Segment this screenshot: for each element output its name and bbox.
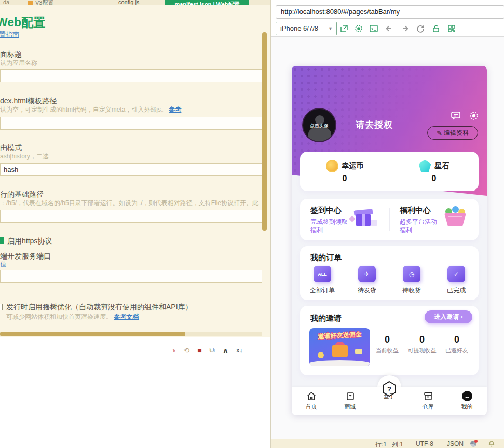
horizontal-scrollbar-track[interactable] [0, 332, 262, 336]
order-item-all[interactable]: ALL 全部订单 [300, 266, 345, 295]
https-label: 启用https协议 [7, 237, 52, 246]
base-path-input[interactable] [0, 210, 262, 223]
template-path-ref-link[interactable]: 参考 [169, 106, 181, 113]
order-item-to-receive[interactable]: ◷ 待收货 [389, 266, 434, 295]
notification-pie-icon[interactable] [470, 441, 476, 447]
status-syntax[interactable]: JSON [447, 440, 464, 447]
template-path-input[interactable] [0, 117, 262, 130]
order-done-label: 已完成 [447, 286, 466, 295]
lucky-coin-value: 0 [343, 174, 347, 183]
tab-box[interactable]: ? 盒子 [370, 387, 408, 415]
editor-float-toolbar: ◑ ⟲ ■ ⧉ ∧ x↓ [171, 346, 243, 355]
stat-withdrawable[interactable]: 0 可提现收益 [404, 334, 440, 355]
page-title-input[interactable] [0, 69, 262, 82]
invite-title: 我的邀请 [310, 314, 342, 323]
status-encoding[interactable]: UTF-8 [416, 440, 433, 447]
https-checkbox[interactable] [0, 237, 4, 244]
lucky-coin-item[interactable]: 幸运币 0 [300, 152, 389, 191]
forward-arrow-icon[interactable] [400, 24, 410, 33]
warehouse-icon [423, 390, 434, 402]
stat-current-value: 0 [369, 334, 405, 345]
manifest-config-pane: da V3配置 config.js manifest.json | Web配置 … [0, 0, 270, 448]
signin-center-title[interactable]: 签到中心 [310, 206, 342, 215]
signin-center-desc[interactable]: 完成签到领取 福利 [310, 218, 348, 234]
back-arrow-icon[interactable] [385, 24, 394, 33]
refresh-icon[interactable] [416, 24, 425, 33]
message-icon[interactable] [450, 110, 461, 121]
treeshake-checkbox[interactable] [0, 304, 3, 310]
editor-tab-v3[interactable]: V3配置 [35, 0, 53, 5]
editor-tab-partial[interactable]: da [3, 0, 9, 5]
edit-profile-button[interactable]: ✎ 编辑资料 [427, 126, 478, 140]
login-prompt[interactable]: 请去授权 [356, 119, 393, 131]
orders-card: 我的订单 ALL 全部订单 ✈ 待发货 ◷ 待收货 [300, 246, 479, 300]
gear-icon[interactable] [354, 24, 363, 33]
order-all-icon: ALL [314, 266, 331, 282]
contrast-icon[interactable]: ◑ [171, 346, 175, 355]
console-icon[interactable] [369, 24, 378, 33]
banner-dot [318, 352, 324, 358]
signin-desc-line2: 福利 [310, 226, 323, 234]
router-mode-input[interactable] [0, 163, 262, 176]
enter-invite-button[interactable]: 进入邀请 › [425, 310, 472, 323]
editor-tab-manifest-active[interactable]: manifest.json | Web配置 [165, 0, 249, 5]
tab-home[interactable]: 首页 [292, 387, 331, 415]
lucky-coin-label: 幸运币 [342, 161, 364, 171]
open-external-icon[interactable] [339, 24, 349, 33]
close-multiply-icon[interactable]: x↓ [236, 346, 243, 354]
url-input[interactable]: http://localhost:8080/#/pages/tabBar/my [276, 5, 504, 19]
avatar[interactable]: 点击头像 [302, 108, 336, 142]
status-column[interactable]: 列:1 [392, 440, 403, 448]
base-path-label: 行的基础路径 [0, 190, 44, 199]
order-to-receive-icon: ◷ [403, 266, 420, 282]
lock-icon[interactable] [431, 24, 441, 33]
horizontal-scrollbar-thumb[interactable] [0, 332, 185, 336]
bell-icon[interactable] [488, 440, 495, 448]
stat-invited-label: 已邀好友 [439, 347, 475, 355]
dev-port-input[interactable] [0, 270, 262, 283]
editor-tab-config[interactable]: config.js [118, 0, 139, 5]
order-done-icon: ✓ [447, 266, 465, 282]
mine-face-icon [461, 390, 473, 402]
welfare-center-title[interactable]: 福利中心 [400, 206, 431, 215]
orders-items: ALL 全部订单 ✈ 待发货 ◷ 待收货 ✓ 已 [300, 266, 479, 295]
gift-box-illustration [350, 205, 379, 231]
export-icon[interactable]: ⧉ [210, 346, 215, 355]
browser-viewport: 点击头像 请去授权 ✎ 编辑资料 [271, 37, 504, 439]
tab-warehouse[interactable]: 仓库 [408, 387, 447, 415]
banner-gift [332, 345, 348, 357]
star-stone-value: 0 [432, 174, 437, 183]
tab-mall-label: 商城 [345, 403, 356, 411]
order-item-done[interactable]: ✓ 已完成 [434, 266, 479, 295]
star-stone-item[interactable]: 星石 0 [389, 152, 479, 191]
file-type-icon [28, 1, 33, 5]
stat-current-earnings[interactable]: 0 当前收益 [369, 334, 405, 355]
invite-card: 我的邀请 进入邀请 › 邀请好友送佣金 0 当前收益 [300, 306, 479, 375]
welfare-center-desc[interactable]: 超多平台活动 福利 [400, 218, 437, 234]
template-path-label: dex.html模板路径 [0, 97, 57, 106]
settings-icon[interactable] [468, 110, 480, 121]
page-title-hint: 认为应用名称 [0, 59, 37, 67]
stat-invited-friends[interactable]: 0 已邀好友 [439, 334, 475, 355]
history-icon[interactable]: ⟲ [183, 346, 189, 355]
centers-card: 签到中心 完成签到领取 福利 福利中心 超多平 [300, 199, 479, 240]
invite-banner[interactable]: 邀请好友送佣金 [309, 328, 370, 366]
home-icon [306, 390, 317, 402]
signin-desc-line1: 完成签到领取 [310, 218, 348, 225]
order-to-ship-label: 待发货 [358, 286, 376, 295]
device-select[interactable]: iPhone 6/7/8 ▼ [276, 22, 337, 35]
coin-icon [326, 160, 338, 172]
config-guide-link[interactable]: 置指南 [0, 30, 19, 39]
tab-mine-active[interactable]: 我的 [447, 387, 486, 415]
tab-mall[interactable]: 商城 [331, 387, 370, 415]
order-item-to-ship[interactable]: ✈ 待发货 [345, 266, 389, 295]
treeshake-doc-link[interactable]: 参考文档 [114, 313, 139, 320]
status-line[interactable]: 行:1 [375, 440, 387, 448]
qr-grid-icon[interactable] [447, 24, 456, 33]
page-title-label: 面标题 [0, 50, 22, 59]
mall-bag-icon [345, 390, 356, 402]
stop-icon[interactable]: ■ [197, 346, 201, 355]
vertical-scrollbar-thumb[interactable] [262, 32, 267, 231]
collapse-icon[interactable]: ∧ [223, 346, 228, 355]
dev-port-link[interactable]: 值 [0, 260, 6, 269]
